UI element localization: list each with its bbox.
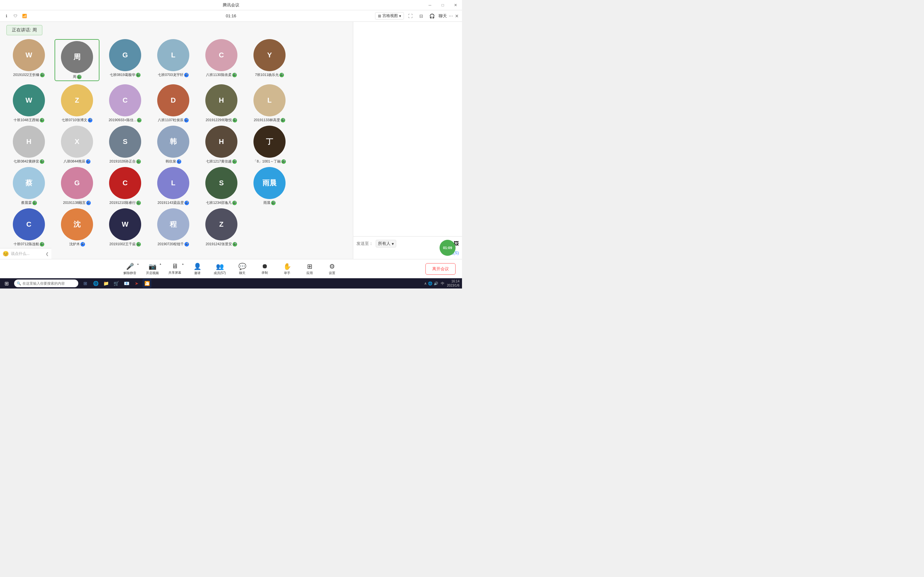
emoji-icon[interactable]: 😊	[3, 251, 9, 257]
mic-icon-p29: 🎤	[233, 242, 237, 247]
participant-name-p21: 20191210陈睿行 🎤	[110, 200, 141, 205]
mute-arrow-icon[interactable]: ▲	[137, 263, 139, 266]
record-button[interactable]: ⏺ 录制	[254, 259, 276, 279]
language-indicator[interactable]: 中	[439, 281, 446, 286]
taskbar-app-explorer[interactable]: 📁	[102, 279, 110, 288]
share-screen-button[interactable]: ▲ 🖥 共享屏幕	[164, 259, 186, 279]
record-icon: ⏺	[262, 263, 268, 270]
headset-icon[interactable]: 🎧	[428, 11, 437, 21]
participant-card-p10: D 八班1107杜侯辰 🎤	[151, 84, 196, 122]
main-content: 正在讲话: 周 W 20191022王忻橡 🎤 周 周 🎤 G 七班0819葛馥…	[0, 22, 462, 259]
participant-name-p11: 20191229何敬悦 🎤	[206, 118, 237, 122]
shield-icon[interactable]: 🛡	[12, 13, 19, 19]
participant-name-p13: 七班0842黄静宜 🎤	[13, 159, 44, 164]
avatar-p28: 程	[157, 208, 189, 240]
info-icon[interactable]: ℹ	[3, 13, 10, 19]
taskbar-app-edge[interactable]: 🌐	[91, 279, 100, 288]
mic-icon-p16: 🎤	[177, 159, 181, 164]
avatar-p3: G	[109, 39, 141, 71]
restore-button[interactable]: □	[436, 0, 449, 10]
participant-name-p25: 十班0712陈连航 🎤	[13, 242, 44, 247]
minimize-button[interactable]: ─	[423, 0, 436, 10]
settings-button[interactable]: ⚙ 设置	[321, 259, 343, 279]
taskbar-app-mail[interactable]: 📧	[122, 279, 131, 288]
mic-icon-p19: 🎤	[32, 201, 37, 205]
participant-name-p28: 20190720程饳千 🎤	[158, 242, 189, 247]
mute-button[interactable]: ▲ 🎤 解除静音	[119, 259, 141, 279]
leave-meeting-button[interactable]: 离开会议	[425, 263, 456, 275]
chevron-up-icon[interactable]: ∧	[424, 282, 427, 285]
video-button[interactable]: ▲ 📷 开启视频	[141, 259, 164, 279]
taskbar-search-text: 在这里输入你要搜索的内容	[23, 281, 65, 286]
signal-icon[interactable]: 📶	[21, 13, 27, 19]
share-arrow-icon[interactable]: ▲	[182, 263, 184, 266]
toolbar-right-group: ⊞ 宫格视图 ▾ ⛶ ⊟ 🎧 聊天 ··· ✕	[375, 11, 459, 21]
taskbar-search[interactable]: 🔍 在这里输入你要搜索的内容	[14, 279, 78, 287]
participant-name-p15: 20191028孙正合 🎤	[110, 159, 141, 164]
send-target-selector[interactable]: 所有人 ▾	[376, 240, 396, 247]
avatar-p2: 周	[61, 41, 93, 73]
avatar-p26: 沈	[61, 208, 93, 240]
mic-icon-p4: 🎤	[184, 73, 189, 77]
grid-icon: ⊞	[378, 14, 381, 18]
participant-name-p14: 八班0844熊辰 🎤	[63, 159, 90, 164]
participant-name-p18: 「8」1001～丁融 🎤	[253, 159, 286, 164]
avatar-p15: S	[109, 126, 141, 158]
participant-card-p20: G 20191138顾言 🎤	[55, 167, 99, 205]
participant-name-p8: 七班0710张博文 🎤	[61, 118, 92, 122]
chat-button-bottom[interactable]: 💬 聊天	[231, 259, 254, 279]
avatar-p23: S	[205, 167, 237, 199]
participant-card-p15: S 20191028孙正合 🎤	[103, 126, 148, 164]
participant-card-p29: Z 20191242张昱安 🎤	[199, 208, 244, 247]
layout-button[interactable]: ⊟	[417, 11, 426, 21]
participant-card-p11: H 20191229何敬悦 🎤	[199, 84, 244, 122]
members-button[interactable]: 👥 成员(57)	[208, 259, 231, 279]
view-mode-button[interactable]: ⊞ 宫格视图 ▾	[375, 12, 404, 19]
network-icon[interactable]: 🌐	[428, 282, 433, 285]
apps-button[interactable]: ⊞ 应用	[298, 259, 321, 279]
taskbar-app-arrow[interactable]: ➤	[132, 279, 141, 288]
settings-icon: ⚙	[329, 263, 335, 270]
participant-card-p2: 周 周 🎤	[55, 39, 99, 81]
avatar-p21: C	[109, 167, 141, 199]
chat-button-toolbar[interactable]: 聊天	[439, 13, 447, 19]
participant-card-p14: X 八班0844熊辰 🎤	[55, 126, 99, 164]
raise-hand-button[interactable]: ✋ 举手	[276, 259, 298, 279]
mute-icon: 🎤	[126, 263, 134, 270]
send-to-label: 发送至：	[357, 241, 373, 247]
avatar-p5: C	[205, 39, 237, 71]
participant-card-p13: H 七班0842黄静宜 🎤	[6, 126, 51, 164]
participant-name-p4: 七班0703龙宇轩 🎤	[158, 73, 188, 77]
participant-card-p4: L 七班0703龙宇轩 🎤	[151, 39, 196, 81]
more-options-button[interactable]: ···	[449, 13, 453, 19]
taskbar-app-taskview[interactable]: ⊞	[81, 279, 90, 288]
collapse-icon[interactable]: ❮	[45, 251, 49, 256]
participant-card-p5: C 八班1130陈依柔 🎤	[199, 39, 244, 81]
mic-icon-p13: 🎤	[40, 159, 44, 164]
taskbar-app-tencent[interactable]: 🎦	[142, 279, 152, 288]
invite-button[interactable]: 👤 邀请	[186, 259, 208, 279]
participant-name-p12: 20191133林高雯 🎤	[254, 118, 285, 122]
mic-icon-p1: 🎤	[40, 73, 45, 77]
mic-icon-p21: 🎤	[136, 201, 141, 205]
meeting-timer: 01:09	[439, 240, 456, 256]
panel-close-button[interactable]: ✕	[455, 13, 459, 19]
participant-card-p7: W 十班1048王西铭 🎤	[6, 84, 51, 122]
mic-icon-p18: 🎤	[281, 159, 286, 164]
mic-icon-p2: 🎤	[77, 75, 81, 79]
fullscreen-button[interactable]: ⛶	[406, 11, 415, 21]
mic-icon-p28: 🎤	[184, 242, 189, 247]
mic-icon-p24: 🎤	[271, 201, 276, 205]
avatar-p11: H	[205, 84, 237, 116]
participant-name-p23: 七班1234邵逸凡 🎤	[206, 200, 236, 205]
taskbar-app-store[interactable]: 🛒	[111, 279, 121, 288]
close-button[interactable]: ✕	[449, 0, 462, 10]
chat-panel: 发送至： 所有人 ▾ 📁 🖼 发送(S)	[353, 22, 462, 259]
video-arrow-icon[interactable]: ▲	[159, 263, 162, 266]
start-button[interactable]: ⊞	[0, 278, 13, 288]
share-icon: 🖥	[172, 263, 178, 270]
speaker-icon[interactable]: 🔊	[434, 282, 438, 285]
participant-card-p1: W 20191022王忻橡 🎤	[6, 39, 51, 81]
mic-icon-p15: 🎤	[136, 159, 141, 164]
input-placeholder: 说点什么...	[11, 251, 29, 256]
